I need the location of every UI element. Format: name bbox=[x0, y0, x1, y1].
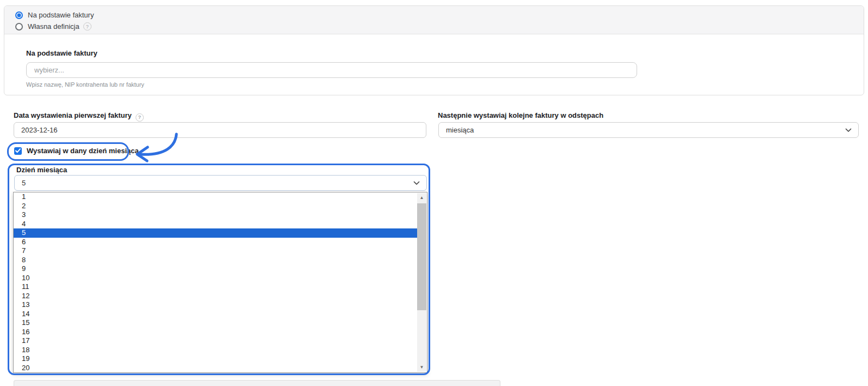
day-option[interactable]: 9 bbox=[14, 264, 418, 274]
radio-custom-definition[interactable] bbox=[15, 23, 23, 31]
day-option[interactable]: 14 bbox=[14, 310, 418, 319]
interval-label: Następnie wystawiaj kolejne faktury w od… bbox=[438, 111, 603, 119]
recurring-invoice-form: Na podstawie faktury Własna definicja ? … bbox=[0, 0, 868, 386]
radio-invoice-based-label: Na podstawie faktury bbox=[28, 11, 94, 19]
scroll-down-icon[interactable]: ▼ bbox=[417, 363, 426, 372]
day-option-list: 1234567891011121314151617181920 bbox=[14, 192, 418, 372]
day-option[interactable]: 4 bbox=[14, 220, 418, 229]
radio-row-custom-definition[interactable]: Własna definicja ? bbox=[15, 21, 864, 32]
day-option[interactable]: 11 bbox=[14, 282, 418, 292]
next-section-panel bbox=[14, 380, 500, 386]
day-option[interactable]: 10 bbox=[14, 274, 418, 283]
day-of-month-select-value: 5 bbox=[22, 179, 26, 187]
day-option[interactable]: 17 bbox=[14, 336, 418, 346]
day-option[interactable]: 7 bbox=[14, 246, 418, 256]
first-invoice-date-input[interactable]: 2023-12-16 bbox=[14, 122, 426, 138]
fixed-day-checkbox-row[interactable]: Wystawiaj w dany dzień miesiąca bbox=[14, 147, 139, 155]
chevron-down-icon bbox=[845, 128, 852, 132]
day-option[interactable]: 18 bbox=[14, 346, 418, 355]
fixed-day-checkbox[interactable] bbox=[14, 147, 22, 155]
dropdown-scrollbar[interactable]: ▲ ▼ bbox=[417, 193, 426, 372]
invoice-source-header: Na podstawie faktury Własna definicja ? bbox=[4, 6, 864, 34]
checkmark-icon bbox=[15, 148, 21, 153]
day-option[interactable]: 2 bbox=[14, 202, 418, 211]
first-invoice-date-value: 2023-12-16 bbox=[21, 126, 58, 134]
scrollbar-thumb[interactable] bbox=[417, 203, 426, 310]
invoice-source-card: Na podstawie faktury Własna definicja ? … bbox=[4, 5, 864, 95]
help-icon[interactable]: ? bbox=[136, 113, 144, 122]
invoice-search-input[interactable] bbox=[26, 62, 637, 78]
day-option[interactable]: 8 bbox=[14, 256, 418, 265]
day-option[interactable]: 16 bbox=[14, 328, 418, 337]
radio-row-invoice-based[interactable]: Na podstawie faktury bbox=[15, 10, 864, 20]
day-of-month-label: Dzień miesiąca bbox=[16, 166, 67, 174]
day-of-month-select[interactable]: 5 bbox=[14, 175, 427, 191]
invoice-search-helper: Wpisz nazwę, NIP kontrahenta lub nr fakt… bbox=[26, 81, 144, 88]
radio-invoice-based[interactable] bbox=[15, 11, 23, 19]
first-invoice-date-label-text: Data wystawienia pierwszej faktury bbox=[14, 111, 132, 119]
fixed-day-checkbox-label: Wystawiaj w dany dzień miesiąca bbox=[27, 147, 139, 155]
day-of-month-dropdown: 1234567891011121314151617181920 ▲ ▼ bbox=[13, 192, 427, 373]
day-option[interactable]: 20 bbox=[14, 364, 418, 373]
scroll-up-icon[interactable]: ▲ bbox=[417, 193, 426, 202]
day-option[interactable]: 13 bbox=[14, 300, 418, 310]
first-invoice-date-label: Data wystawienia pierwszej faktury? bbox=[14, 111, 144, 122]
day-option[interactable]: 12 bbox=[14, 292, 418, 301]
interval-select-value: miesiąca bbox=[446, 126, 474, 134]
day-option-selected[interactable]: 5 bbox=[14, 228, 418, 238]
chevron-down-icon bbox=[413, 181, 420, 185]
day-option[interactable]: 15 bbox=[14, 318, 418, 328]
radio-custom-definition-label: Własna definicja bbox=[28, 22, 80, 31]
day-option[interactable]: 19 bbox=[14, 354, 418, 364]
invoice-search-title: Na podstawie faktury bbox=[26, 49, 97, 57]
interval-select[interactable]: miesiąca bbox=[438, 122, 859, 138]
help-icon[interactable]: ? bbox=[83, 22, 91, 31]
day-option[interactable]: 1 bbox=[14, 192, 418, 202]
day-option[interactable]: 3 bbox=[14, 210, 418, 220]
day-option[interactable]: 6 bbox=[14, 238, 418, 247]
